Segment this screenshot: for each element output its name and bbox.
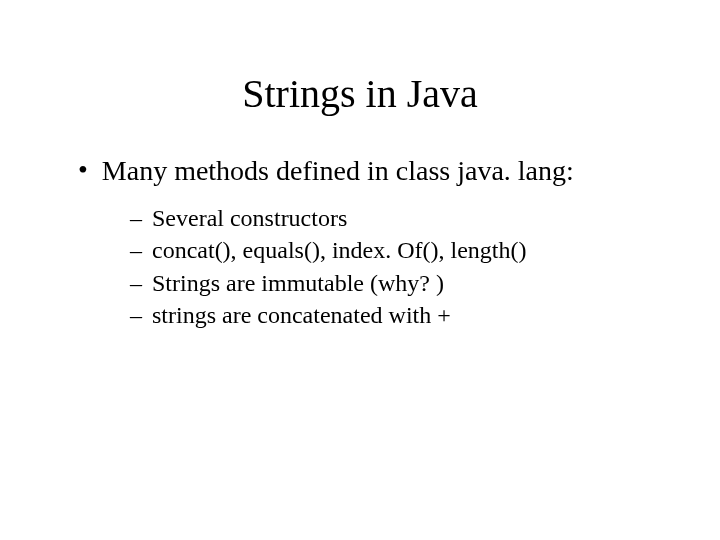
sub-bullet-item: – strings are concatenated with +: [130, 299, 660, 331]
sub-bullet-item: – Several constructors: [130, 202, 660, 234]
dash-icon: –: [130, 267, 142, 299]
sub-bullet-text: concat(), equals(), index. Of(), length(…: [152, 234, 527, 266]
sub-bullet-text: strings are concatenated with +: [152, 299, 451, 331]
bullet-marker-icon: •: [78, 153, 88, 187]
bullet-item: • Many methods defined in class java. la…: [78, 153, 660, 188]
dash-icon: –: [130, 234, 142, 266]
sub-bullet-list: – Several constructors – concat(), equal…: [130, 202, 660, 332]
sub-bullet-item: – Strings are immutable (why? ): [130, 267, 660, 299]
sub-bullet-text: Several constructors: [152, 202, 347, 234]
sub-bullet-text: Strings are immutable (why? ): [152, 267, 444, 299]
sub-bullet-item: – concat(), equals(), index. Of(), lengt…: [130, 234, 660, 266]
bullet-text: Many methods defined in class java. lang…: [102, 153, 574, 188]
dash-icon: –: [130, 202, 142, 234]
slide-title: Strings in Java: [60, 70, 660, 117]
dash-icon: –: [130, 299, 142, 331]
